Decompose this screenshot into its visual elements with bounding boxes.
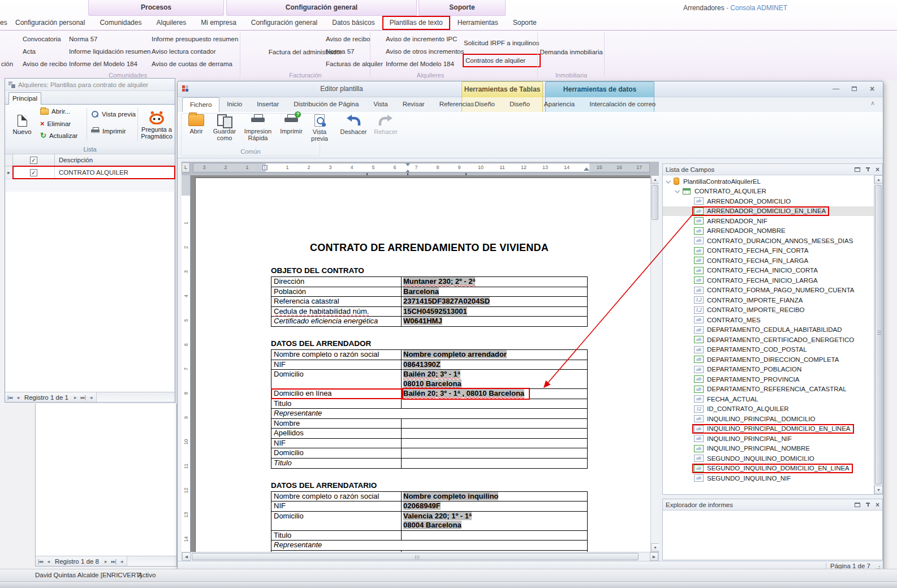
nav-prev-icon[interactable]: ◂ bbox=[14, 395, 21, 400]
grid-column-descripcion[interactable]: Descripción bbox=[55, 154, 175, 166]
vertical-scroll-thumb[interactable] bbox=[875, 185, 882, 485]
ribbon-tab[interactable]: Comunidades bbox=[92, 16, 149, 30]
ribbon-tab[interactable]: Alquileres bbox=[149, 16, 193, 30]
horizontal-ruler[interactable]: L 321 1234567891011121314 151617 bbox=[182, 162, 659, 175]
ribbon-item[interactable]: Informe presupuesto resumen bbox=[152, 33, 238, 45]
chevron-expanded-icon[interactable] bbox=[666, 179, 670, 183]
ribbon-item-cut[interactable]: ción bbox=[1, 58, 13, 70]
editor-tab[interactable]: Fichero bbox=[182, 97, 219, 112]
nav-prev-icon[interactable]: ◂ bbox=[45, 559, 51, 564]
vista-previa-button[interactable]: Vista previa bbox=[91, 110, 136, 118]
imprimir-button[interactable]: Imprimir bbox=[91, 127, 126, 135]
table-row[interactable]: Apellidos bbox=[271, 429, 587, 439]
document-vertical-scrollbar[interactable]: ▲ ▼ bbox=[650, 175, 659, 552]
context-header-datos[interactable]: Herramientas de datos bbox=[545, 81, 654, 97]
checkbox-checked-icon[interactable] bbox=[30, 157, 37, 164]
tree-root-datasource[interactable]: PlantillaContratoAlquilerEL bbox=[663, 176, 874, 187]
ribbon-item[interactable]: Informe del Modelo 184 bbox=[386, 58, 464, 70]
ribbon-tab[interactable]: Configuración personal bbox=[8, 16, 92, 30]
field-item[interactable]: ab SEGUNDO_INQUILINO_DOMICILIO bbox=[663, 453, 874, 464]
nav-left-scroll-icon[interactable]: ◂ bbox=[118, 559, 125, 564]
ribbon-tab[interactable]: Configuración general bbox=[244, 16, 325, 30]
abrir-button-editor[interactable]: Abrir bbox=[184, 114, 208, 135]
nav-scrollbar[interactable] bbox=[127, 556, 176, 566]
nav-first-icon[interactable]: |◂◂ bbox=[5, 395, 14, 400]
ribbon-tab[interactable]: Datos básicos bbox=[325, 16, 382, 30]
ribbon-item[interactable]: Aviso de recibo bbox=[326, 33, 383, 45]
nav-next-icon[interactable]: ▸ bbox=[72, 395, 79, 400]
field-item[interactable]: ab ARRENDADOR_DOMICILIO_EN_LINEA bbox=[663, 206, 874, 217]
explorador-header[interactable]: Explorador de informes × bbox=[663, 499, 882, 511]
scroll-down-icon[interactable]: ▼ bbox=[651, 543, 659, 552]
table-row[interactable]: NIF 08641390Z bbox=[271, 360, 587, 370]
ribbon-item[interactable]: Aviso de otros incrementos bbox=[386, 45, 464, 58]
tree-node-contrato-alquiler[interactable]: CONTRATO_ALQUILER bbox=[663, 187, 874, 197]
right-indent-marker[interactable] bbox=[584, 165, 589, 171]
nav-scrollbar[interactable] bbox=[96, 392, 175, 402]
ribbon-tab[interactable]: Mi empresa bbox=[193, 16, 244, 30]
field-item[interactable]: ab CONTRATO_DURACION_ANNOS_MESES_DIAS bbox=[663, 236, 874, 246]
field-item[interactable]: ab INQUILINO_PRINCIPAL_DOMICILIO_EN_LINE… bbox=[663, 424, 874, 434]
chevron-expanded-icon[interactable] bbox=[675, 188, 679, 193]
editor-tab[interactable]: Revisar bbox=[395, 97, 432, 112]
ribbon-group-header-procesos[interactable]: Procesos bbox=[88, 0, 224, 16]
field-item[interactable]: ab DEPARTAMENTO_PROVINCIA bbox=[663, 374, 874, 384]
impresion-rapida-button[interactable]: Impresion Rápida bbox=[241, 114, 275, 141]
minimize-button[interactable]: — bbox=[830, 85, 842, 94]
horizontal-scroll-thumb[interactable] bbox=[192, 553, 639, 560]
editor-tab[interactable]: Distribución de Página bbox=[286, 97, 366, 112]
editor-tab[interactable]: Intercalación de correo bbox=[582, 97, 663, 112]
table-row[interactable]: Población Barcelona bbox=[271, 287, 587, 297]
nav-left-scroll-icon[interactable]: ◂ bbox=[88, 395, 94, 400]
ribbon-item[interactable]: Aviso de incremento IPC bbox=[386, 33, 464, 45]
field-item[interactable]: ab ARRENDADOR_DOMICILIO bbox=[663, 196, 874, 206]
table-row[interactable]: Representante bbox=[271, 541, 587, 551]
close-panel-icon[interactable]: × bbox=[876, 167, 879, 172]
table-row[interactable]: Domicilio en línea Bailén 20; 3º - 1ª , … bbox=[271, 389, 587, 399]
table-row[interactable]: Nombre completo o razón social Nombre co… bbox=[271, 350, 587, 360]
ribbon-item[interactable]: Informe del Modelo 184 bbox=[69, 58, 150, 70]
grid-checkbox-column-header[interactable] bbox=[13, 154, 55, 166]
context-header-tablas[interactable]: Herramientas de Tablas bbox=[462, 81, 543, 97]
ribbon-item[interactable]: Norma 57 bbox=[326, 45, 383, 58]
ribbon-item[interactable]: Facturas de alquiler bbox=[326, 58, 383, 70]
ribbon-group-header-configuracion[interactable]: Configuración general bbox=[226, 0, 417, 16]
ribbon-tab[interactable]: Herramientas bbox=[450, 16, 506, 30]
maximize-panel-icon[interactable] bbox=[855, 167, 860, 172]
table-row[interactable]: Nombre bbox=[271, 419, 587, 429]
document-horizontal-scrollbar[interactable]: ◀ ▶ bbox=[182, 552, 659, 561]
ribbon-item[interactable]: Norma 57 bbox=[69, 33, 150, 45]
scroll-down-icon[interactable]: ▼ bbox=[874, 486, 883, 494]
table-row[interactable]: Titulo bbox=[271, 459, 587, 468]
table-row[interactable]: Certificado eficiencia energética W0641H… bbox=[271, 317, 587, 326]
editor-tab[interactable]: Inicio bbox=[219, 97, 249, 112]
pin-icon[interactable] bbox=[865, 502, 870, 507]
field-item[interactable]: ab CONTRATO_FECHA_FIN_CORTA bbox=[663, 246, 874, 256]
scroll-right-icon[interactable]: ▶ bbox=[650, 552, 658, 561]
ribbon-item-demanda-inmobiliaria[interactable]: Demanda inmobiliaria bbox=[540, 46, 603, 58]
ribbon-item[interactable]: Contratos de alquiler bbox=[464, 55, 540, 66]
field-item[interactable]: ab INQUILINO_PRINCIPAL_NIF bbox=[663, 434, 874, 444]
document-canvas[interactable]: 1234567891011121314 CONTRATO DE ARRENDAM… bbox=[182, 175, 659, 552]
table-row[interactable]: NIF bbox=[271, 439, 587, 449]
hanging-indent-marker[interactable] bbox=[406, 167, 410, 172]
actualizar-button[interactable]: ↻ Actualizar bbox=[40, 132, 77, 139]
nav-last-icon[interactable]: ▸▸| bbox=[109, 559, 118, 564]
guardar-como-button[interactable]: Guardar como bbox=[210, 114, 239, 141]
table-row[interactable]: Dirección Muntaner 230; 2º - 2ª bbox=[271, 277, 587, 287]
deshacer-button[interactable]: Deshacer bbox=[337, 114, 370, 135]
ribbon-tab[interactable]: Soporte bbox=[506, 16, 544, 30]
field-item[interactable]: ab ARRENDADOR_NIF bbox=[663, 216, 874, 226]
field-item[interactable]: ab SEGUNDO_INQUILINO_NIF bbox=[663, 473, 874, 483]
close-button[interactable]: × bbox=[866, 85, 878, 94]
field-item[interactable]: ab CONTRATO_FORMA_PAGO_NUMERO_CUENTA bbox=[663, 286, 874, 296]
field-item[interactable]: ab DEPARTAMENTO_CERTIFICADO_ENERGETICO bbox=[663, 335, 874, 345]
ribbon-item[interactable]: Acta bbox=[23, 45, 67, 58]
abrir-button[interactable]: Abrir... bbox=[40, 108, 70, 115]
table-row[interactable]: Domicilio Valencia 220; 1º - 1ª 08004 Ba… bbox=[271, 512, 587, 531]
ribbon-item[interactable]: Aviso de recibo bbox=[23, 58, 67, 70]
table-row[interactable]: Referencia catastral 2371415DF3827A0204S… bbox=[271, 297, 587, 307]
ribbon-item[interactable]: Informe liquidación resumen bbox=[69, 45, 150, 58]
field-item[interactable]: ab DEPARTAMENTO_POBLACION bbox=[663, 365, 874, 375]
row-checkbox-cell[interactable] bbox=[13, 166, 55, 179]
